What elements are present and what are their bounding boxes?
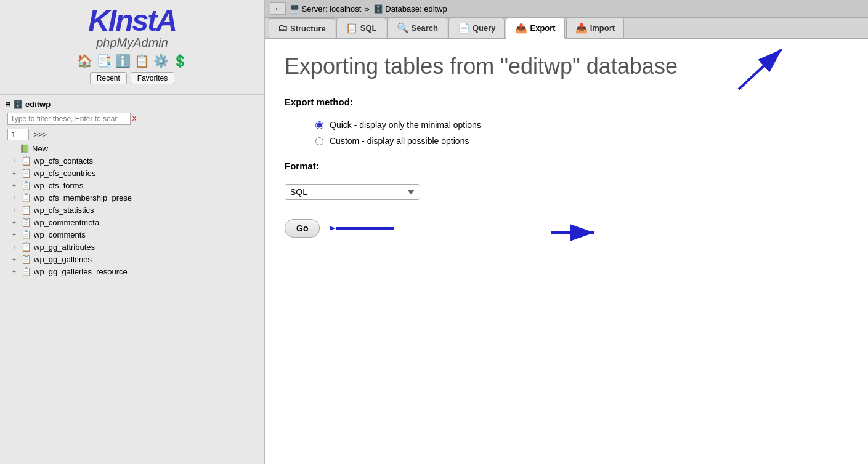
table-item-5[interactable]: + 📋 wp_commentmeta — [2, 216, 262, 228]
tab-structure[interactable]: 🗂 Structure — [269, 18, 335, 38]
go-arrow — [330, 217, 397, 239]
export-method-label: Export method: — [285, 97, 848, 111]
expand-icon: + — [12, 268, 20, 275]
favorites-button[interactable]: Favorites — [131, 72, 174, 84]
home-icon[interactable]: 🏠 — [77, 54, 92, 68]
filter-clear[interactable]: X — [132, 114, 137, 123]
table-item-1[interactable]: + 📋 wp_cfs_countries — [2, 167, 262, 179]
format-select[interactable]: SQL CSV XML JSON PDF — [285, 184, 420, 200]
table-item-4[interactable]: + 📋 wp_cfs_statistics — [2, 204, 262, 216]
quick-label: Quick - display only the minimal options — [330, 120, 481, 130]
export-tab-label: Export — [530, 23, 555, 33]
table-icon: 📋 — [21, 242, 31, 252]
page-input[interactable] — [7, 129, 29, 140]
go-row: Go — [285, 217, 848, 239]
table-item-9[interactable]: + 📋 wp_gg_galleries_resource — [2, 265, 262, 278]
filter-row: X — [2, 110, 262, 127]
db-tree: ⊟ 🗄️ editwp X >>> 📗 New + 📋 wp_cfs_conta… — [0, 95, 264, 464]
table-icon: 📋 — [21, 193, 31, 202]
table-name: wp_gg_galleries_resource — [34, 267, 128, 276]
table-item-0[interactable]: + 📋 wp_cfs_contacts — [2, 154, 262, 167]
table-icon: 📋 — [21, 156, 31, 166]
table-icon: 📋 — [21, 230, 31, 239]
structure-tab-icon: 🗂 — [278, 23, 288, 34]
table-item-7[interactable]: + 📋 wp_gg_attributes — [2, 241, 262, 253]
import-tab-icon: 📥 — [575, 22, 588, 34]
db-header: ⊟ 🗄️ editwp — [2, 98, 262, 110]
go-button[interactable]: Go — [285, 219, 320, 238]
tab-export[interactable]: 📤 Export — [506, 18, 564, 39]
export-tab-icon: 📤 — [515, 22, 527, 34]
new-table-icon: 📗 — [20, 144, 30, 153]
table-name: wp_cfs_statistics — [34, 206, 94, 215]
format-label: Format: — [285, 161, 848, 175]
logo-icons: 🏠 📑 ℹ️ 📋 ⚙️ 💲 — [6, 54, 258, 68]
copy-icon[interactable]: 📋 — [134, 54, 150, 68]
search-tab-label: Search — [412, 23, 438, 33]
table-name: wp_gg_attributes — [34, 242, 95, 252]
custom-radio[interactable] — [315, 137, 323, 145]
table-item-2[interactable]: + 📋 wp_cfs_forms — [2, 179, 262, 191]
database-breadcrumb: 🗄️ Database: editwp — [373, 4, 447, 14]
expand-icon: + — [12, 256, 20, 263]
table-name: wp_gg_galleries — [34, 255, 92, 264]
expand-icon: + — [12, 207, 20, 214]
db-icon: 🗄️ — [13, 100, 23, 109]
import-tab-label: Import — [590, 23, 615, 33]
quick-radio-row: Quick - display only the minimal options — [285, 120, 848, 130]
database-name[interactable]: editwp — [25, 100, 51, 109]
tab-search[interactable]: 🔍 Search — [387, 18, 447, 38]
logo-area: KInstA phpMyAdmin 🏠 📑 ℹ️ 📋 ⚙️ 💲 Recent F… — [0, 0, 264, 95]
topbar: ← 🖥️ Server: localhost » 🗄️ Database: ed… — [265, 0, 868, 18]
table-item-3[interactable]: + 📋 wp_cfs_membership_prese — [2, 191, 262, 204]
info-icon[interactable]: ℹ️ — [115, 54, 131, 68]
settings-icon[interactable]: ⚙️ — [153, 54, 169, 68]
table-name: wp_cfs_contacts — [34, 156, 93, 166]
collapse-icon[interactable]: ⊟ — [5, 100, 10, 108]
server-label: 🖥️ Server: localhost — [290, 4, 361, 14]
query-tab-icon: 📄 — [458, 22, 470, 34]
tabs-bar: 🗂 Structure 📋 SQL 🔍 Search 📄 Query 📤 Exp… — [265, 18, 868, 39]
new-label: New — [32, 144, 48, 153]
recent-favs: Recent Favorites — [6, 68, 258, 88]
dollar-icon[interactable]: 💲 — [172, 54, 188, 68]
new-item[interactable]: 📗 New — [2, 143, 262, 154]
kinsta-logo: KInstA — [6, 6, 258, 36]
table-icon: 📋 — [21, 168, 31, 178]
expand-icon: + — [12, 219, 20, 226]
tab-import[interactable]: 📥 Import — [566, 18, 624, 38]
table-name: wp_cfs_membership_prese — [34, 193, 132, 202]
nav-arrows[interactable]: >>> — [34, 130, 47, 139]
tab-query[interactable]: 📄 Query — [448, 18, 505, 38]
sql-tab-label: SQL — [360, 23, 377, 33]
pagination-row: >>> — [2, 127, 262, 143]
content-area: Exporting tables from "editwp" database … — [265, 39, 868, 464]
recent-button[interactable]: Recent — [90, 72, 127, 84]
quick-radio[interactable] — [315, 121, 323, 129]
structure-tab-label: Structure — [290, 24, 326, 33]
expand-icon: + — [12, 244, 20, 250]
query-tab-label: Query — [473, 23, 496, 33]
filter-input[interactable] — [7, 113, 131, 125]
expand-icon: + — [12, 158, 20, 164]
page-title: Exporting tables from "editwp" database — [285, 54, 848, 79]
custom-radio-row: Custom - display all possible options — [285, 136, 848, 146]
table-icon: 📋 — [21, 254, 31, 264]
breadcrumb-separator: » — [365, 4, 369, 14]
table-icon: 📋 — [21, 205, 31, 215]
expand-icon: + — [12, 170, 20, 177]
table-icon: 📋 — [21, 266, 31, 276]
expand-icon: + — [12, 182, 20, 189]
main-panel: ← 🖥️ Server: localhost » 🗄️ Database: ed… — [265, 0, 868, 464]
table-item-8[interactable]: + 📋 wp_gg_galleries — [2, 253, 262, 265]
table-icon: 📋 — [21, 217, 31, 227]
table-item-6[interactable]: + 📋 wp_comments — [2, 228, 262, 241]
table-icon: 📋 — [21, 180, 31, 190]
custom-label: Custom - display all possible options — [330, 136, 469, 146]
table-name: wp_commentmeta — [34, 218, 99, 227]
bookmark-icon[interactable]: 📑 — [96, 54, 112, 68]
tab-sql[interactable]: 📋 SQL — [336, 18, 386, 38]
expand-icon: + — [12, 231, 20, 238]
back-button[interactable]: ← — [270, 2, 286, 15]
table-name: wp_comments — [34, 230, 86, 239]
